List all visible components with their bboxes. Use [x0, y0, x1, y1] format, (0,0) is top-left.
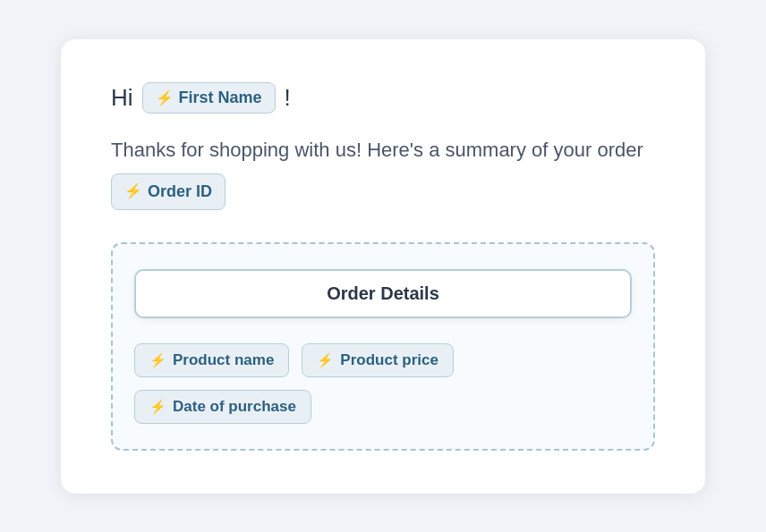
- order-details-container: Order Details ⚡ Product name ⚡ Product p…: [111, 242, 655, 451]
- product-price-bolt-icon: ⚡: [317, 352, 334, 368]
- order-id-badge[interactable]: ⚡ Order ID: [111, 173, 226, 210]
- first-name-label: First Name: [179, 89, 262, 107]
- date-of-purchase-bolt-icon: ⚡: [149, 399, 166, 415]
- order-id-label: Order ID: [148, 180, 212, 204]
- email-card: Hi ⚡ First Name ! Thanks for shopping wi…: [61, 39, 705, 494]
- order-id-bolt-icon: ⚡: [124, 181, 142, 202]
- order-details-title: Order Details: [327, 283, 439, 303]
- summary-text: Thanks for shopping with us! Here's a su…: [111, 135, 643, 165]
- exclamation-mark: !: [285, 84, 291, 112]
- greeting-line: Hi ⚡ First Name !: [111, 82, 655, 114]
- product-name-badge[interactable]: ⚡ Product name: [134, 343, 289, 377]
- order-details-header: Order Details: [134, 269, 632, 318]
- first-name-badge[interactable]: ⚡ First Name: [142, 82, 276, 114]
- summary-section: Thanks for shopping with us! Here's a su…: [111, 135, 655, 210]
- fields-row: ⚡ Product name ⚡ Product price ⚡ Date of…: [134, 343, 632, 424]
- hi-text: Hi: [111, 84, 133, 112]
- product-name-label: Product name: [173, 351, 274, 369]
- first-name-bolt-icon: ⚡: [156, 89, 174, 106]
- product-price-label: Product price: [340, 351, 438, 369]
- date-of-purchase-badge[interactable]: ⚡ Date of purchase: [134, 390, 311, 424]
- product-name-bolt-icon: ⚡: [149, 352, 166, 368]
- date-of-purchase-label: Date of purchase: [173, 398, 296, 416]
- product-price-badge[interactable]: ⚡ Product price: [302, 343, 454, 377]
